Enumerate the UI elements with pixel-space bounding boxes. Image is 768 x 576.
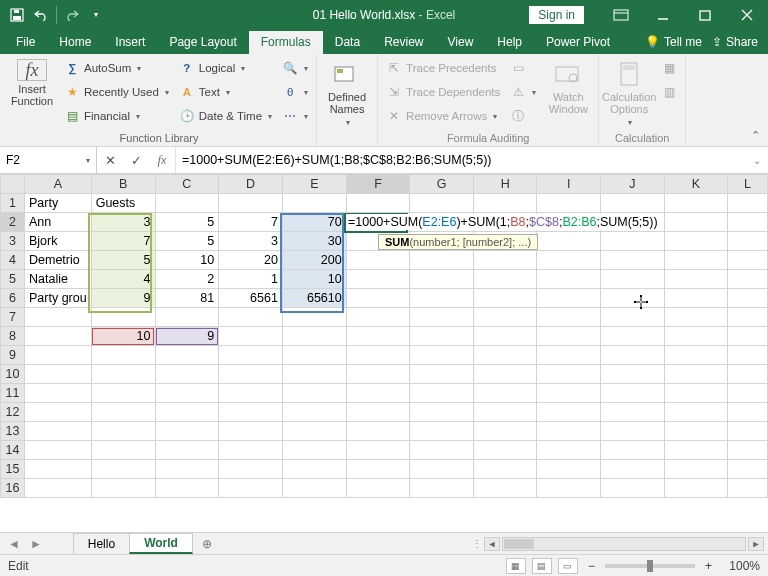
tab-formulas[interactable]: Formulas — [249, 31, 323, 54]
tab-view[interactable]: View — [436, 31, 486, 54]
undo-button[interactable] — [30, 4, 52, 26]
view-normal-button[interactable]: ▦ — [506, 558, 526, 574]
error-checking-button: ⚠▾ — [508, 81, 538, 103]
row-header[interactable]: 6 — [1, 289, 25, 308]
function-tooltip: SUM(number1; [number2]; ...) — [378, 234, 538, 250]
row-header[interactable]: 1 — [1, 194, 25, 213]
col-header[interactable]: J — [600, 175, 664, 194]
collapse-ribbon-button[interactable]: ⌃ — [747, 127, 764, 144]
sheet-tab-hello[interactable]: Hello — [73, 533, 130, 554]
lookup-button[interactable]: 🔍▾ — [280, 57, 310, 79]
row-header[interactable]: 8 — [1, 327, 25, 346]
math-button[interactable]: θ▾ — [280, 81, 310, 103]
svg-rect-10 — [337, 69, 343, 73]
tab-power-pivot[interactable]: Power Pivot — [534, 31, 622, 54]
tab-data[interactable]: Data — [323, 31, 372, 54]
remove-arrows-icon: ✕ — [386, 108, 402, 124]
redo-button[interactable] — [61, 4, 83, 26]
scroll-right-button[interactable]: ► — [748, 537, 764, 551]
namebox-dropdown-icon[interactable]: ▾ — [86, 156, 90, 165]
insert-function-button[interactable]: fx Insert Function — [8, 57, 56, 127]
zoom-out-button[interactable]: − — [584, 559, 599, 573]
sign-in-button[interactable]: Sign in — [529, 6, 584, 24]
share-button[interactable]: ⇪Share — [712, 35, 758, 49]
row-header[interactable]: 12 — [1, 403, 25, 422]
save-button[interactable] — [6, 4, 28, 26]
confirm-edit-button[interactable]: ✓ — [123, 147, 149, 173]
col-header[interactable]: B — [91, 175, 155, 194]
row-header[interactable]: 3 — [1, 232, 25, 251]
trace-precedents-button: ⇱Trace Precedents — [384, 57, 502, 79]
date-time-button[interactable]: 🕒Date & Time▾ — [177, 105, 274, 127]
horizontal-scrollbar[interactable] — [502, 537, 746, 551]
qat-customize-button[interactable]: ▾ — [85, 4, 107, 26]
zoom-slider[interactable] — [605, 564, 695, 568]
row-header[interactable]: 10 — [1, 365, 25, 384]
insert-function-fx-button[interactable]: fx — [149, 147, 175, 173]
sheet-tab-world[interactable]: World — [129, 533, 193, 554]
defined-names-button[interactable]: Defined Names▾ — [323, 57, 371, 129]
tab-review[interactable]: Review — [372, 31, 435, 54]
tell-me-button[interactable]: 💡Tell me — [645, 35, 702, 49]
col-header[interactable]: D — [219, 175, 283, 194]
financial-button[interactable]: ▤Financial▾ — [62, 105, 171, 127]
view-page-layout-button[interactable]: ▤ — [532, 558, 552, 574]
ribbon-options-button[interactable] — [600, 0, 642, 29]
question-icon: ? — [179, 60, 195, 76]
maximize-button[interactable] — [684, 0, 726, 29]
text-button[interactable]: AText▾ — [177, 81, 274, 103]
col-header[interactable]: K — [664, 175, 728, 194]
formula-input[interactable]: =1000+SUM(E2:E6)+SUM(1;B8;$C$8;B2:B6;SUM… — [176, 147, 768, 173]
more-functions-button[interactable]: ⋯▾ — [280, 105, 310, 127]
col-header[interactable]: C — [155, 175, 219, 194]
view-page-break-button[interactable]: ▭ — [558, 558, 578, 574]
watch-window-button: Watch Window — [544, 57, 592, 127]
row-header[interactable]: 7 — [1, 308, 25, 327]
row-header[interactable]: 14 — [1, 441, 25, 460]
inplace-formula-editor[interactable]: =1000+SUM(E2:E6)+SUM(1;B8;$C$8;B2:B6;SUM… — [346, 214, 660, 230]
col-header[interactable]: L — [728, 175, 768, 194]
col-header[interactable]: H — [473, 175, 537, 194]
trace-dependents-button: ⇲Trace Dependents — [384, 81, 502, 103]
zoom-in-button[interactable]: + — [701, 559, 716, 573]
row-header[interactable]: 16 — [1, 479, 25, 498]
add-sheet-button[interactable]: ⊕ — [193, 533, 221, 554]
tab-home[interactable]: Home — [47, 31, 103, 54]
select-all-button[interactable] — [1, 175, 25, 194]
cancel-edit-button[interactable]: ✕ — [97, 147, 123, 173]
recently-used-button[interactable]: ★Recently Used▾ — [62, 81, 171, 103]
scrollbar-thumb[interactable] — [504, 539, 534, 549]
col-header[interactable]: E — [282, 175, 346, 194]
zoom-level[interactable]: 100% — [722, 559, 760, 573]
tab-page-layout[interactable]: Page Layout — [157, 31, 248, 54]
svg-rect-6 — [700, 11, 710, 20]
row-header[interactable]: 2 — [1, 213, 25, 232]
row-header[interactable]: 5 — [1, 270, 25, 289]
col-header[interactable]: I — [537, 175, 601, 194]
worksheet-grid[interactable]: A B C D E F G H I J K L 1PartyGuests 2An… — [0, 174, 768, 532]
sheet-nav-next-icon[interactable]: ► — [30, 537, 42, 551]
money-icon: ▤ — [64, 108, 80, 124]
split-handle-icon[interactable]: ⋮ — [472, 538, 482, 549]
expand-formula-bar-button[interactable]: ⌄ — [748, 151, 766, 169]
logical-button[interactable]: ?Logical▾ — [177, 57, 274, 79]
close-button[interactable] — [726, 0, 768, 29]
calculation-options-button: Calculation Options▾ — [605, 57, 653, 129]
col-header[interactable]: G — [410, 175, 474, 194]
col-header[interactable]: F — [346, 175, 410, 194]
sheet-nav-prev-icon[interactable]: ◄ — [8, 537, 20, 551]
tab-file[interactable]: File — [4, 31, 47, 54]
minimize-button[interactable] — [642, 0, 684, 29]
tab-insert[interactable]: Insert — [103, 31, 157, 54]
scroll-left-button[interactable]: ◄ — [484, 537, 500, 551]
row-header[interactable]: 15 — [1, 460, 25, 479]
row-header[interactable]: 13 — [1, 422, 25, 441]
row-header[interactable]: 4 — [1, 251, 25, 270]
row-header[interactable]: 11 — [1, 384, 25, 403]
tab-help[interactable]: Help — [485, 31, 534, 54]
col-header[interactable]: A — [24, 175, 91, 194]
name-box[interactable]: F2▾ — [0, 147, 97, 173]
calc-sheet-icon: ▥ — [661, 84, 677, 100]
row-header[interactable]: 9 — [1, 346, 25, 365]
autosum-button[interactable]: ∑AutoSum▾ — [62, 57, 171, 79]
